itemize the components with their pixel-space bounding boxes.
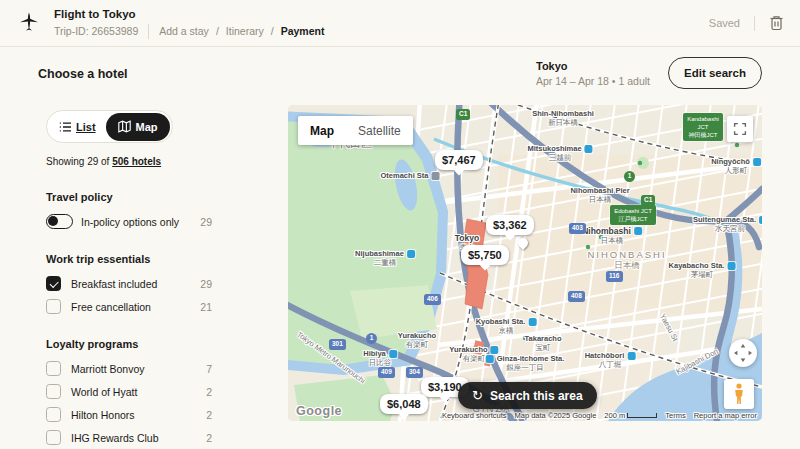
loyalty-heading: Loyalty programs [46, 338, 212, 350]
route-shield: 408 [568, 291, 585, 302]
page-title: Choose a hotel [38, 67, 128, 81]
map-view-label: Map [136, 121, 158, 133]
refresh-icon: ↻ [472, 388, 483, 403]
toggle-knob [48, 216, 58, 226]
map-attribution: Keyboard shortcuts Map data ©2025 Google… [442, 409, 762, 421]
in-policy-label: In-policy options only [81, 216, 200, 228]
breadcrumb-add-a-stay[interactable]: Add a stay [159, 25, 209, 37]
in-policy-count: 29 [200, 216, 212, 228]
kandabashi-jct-sign: Kandabashi JCT神田橋JCT [683, 113, 723, 141]
route-shield: 403 [569, 223, 586, 234]
route-shield: 409 [378, 367, 395, 378]
edobashi-jct-sign: Edobashi JCT江戸橋JCT [610, 205, 656, 225]
edit-search-button[interactable]: Edit search [668, 57, 762, 89]
work-trip-heading: Work trip essentials [46, 253, 212, 265]
route-shield: 301 [329, 339, 346, 350]
list-view-label: List [76, 121, 96, 133]
fullscreen-button[interactable] [727, 116, 753, 142]
divider [754, 16, 755, 31]
breadcrumb-itinerary[interactable]: Itinerary [226, 25, 264, 37]
hotel-price-marker[interactable]: $7,467 [435, 150, 483, 170]
route-shield-c1: C1 [641, 195, 655, 206]
report-map-error-link[interactable]: Report a map error [694, 411, 757, 420]
results-summary: Showing 29 of 506 hotels [46, 156, 212, 167]
map-type-satellite-button[interactable]: Satellite [346, 124, 413, 138]
breakfast-checkbox[interactable] [46, 276, 61, 291]
hilton-checkbox[interactable] [46, 407, 61, 422]
breakfast-label: Breakfast included [71, 278, 200, 290]
breakfast-count: 29 [200, 278, 212, 290]
filter-row-hilton: Hilton Honors 2 [46, 407, 212, 422]
filter-row-ihg: IHG Rewards Club 2 [46, 430, 212, 445]
map-icon [118, 120, 131, 133]
terms-link[interactable]: Terms [665, 411, 685, 420]
hilton-label: Hilton Honors [71, 409, 206, 421]
map-canvas[interactable]: Chiyoda City千代田区 Otemachi Sta Shin-Nihom… [288, 105, 762, 421]
list-icon [59, 122, 71, 132]
filter-row-breakfast: Breakfast included 29 [46, 276, 212, 291]
free-cancellation-label: Free cancellation [71, 301, 200, 313]
free-cancellation-checkbox[interactable] [46, 299, 61, 314]
filter-row-free-cancellation: Free cancellation 21 [46, 299, 212, 314]
marriott-checkbox[interactable] [46, 361, 61, 376]
map-type-control: Map Satellite [298, 116, 413, 145]
list-view-button[interactable]: List [49, 113, 106, 141]
filter-row-hyatt: World of Hyatt 2 [46, 384, 212, 399]
hyatt-label: World of Hyatt [71, 386, 206, 398]
route-shield: 116 [606, 271, 623, 282]
scale-bar [627, 413, 657, 418]
route-shield: 406 [424, 294, 441, 305]
pegman-icon [733, 383, 745, 405]
ihg-count: 2 [206, 432, 212, 444]
breadcrumb-separator: / [271, 25, 274, 37]
marriott-count: 7 [206, 363, 212, 375]
search-this-area-button[interactable]: ↻ Search this area [458, 382, 597, 409]
keyboard-shortcuts-link[interactable]: Keyboard shortcuts [442, 411, 507, 420]
pan-arrows-icon [734, 344, 752, 362]
travel-policy-heading: Travel policy [46, 191, 212, 203]
map-type-map-button[interactable]: Map [298, 124, 346, 138]
trip-title: Flight to Tokyo [54, 8, 324, 20]
ihg-label: IHG Rewards Club [71, 432, 206, 444]
trip-id: Trip-ID: 26653989 [54, 25, 138, 37]
route-shield: 304 [406, 367, 423, 378]
search-dates: Apr 14 – Apr 18 • 1 adult [536, 75, 650, 87]
map-data-credit: Map data ©2025 Google [515, 411, 597, 420]
in-policy-filter-row: In-policy options only 29 [46, 214, 212, 229]
route-shield: 1 [366, 333, 377, 344]
results-prefix: Showing 29 of [46, 156, 109, 167]
hotels-count-link[interactable]: 506 hotels [112, 156, 161, 167]
divider [148, 24, 149, 39]
trash-icon [769, 15, 784, 31]
map-view-button[interactable]: Map [106, 113, 170, 141]
hotel-price-marker[interactable]: $3,362 [486, 215, 534, 235]
pan-control[interactable] [729, 339, 757, 367]
search-destination: Tokyo [536, 60, 650, 72]
map-basemap [288, 105, 762, 421]
subheader: Choose a hotel Tokyo Apr 14 – Apr 18 • 1… [0, 47, 800, 105]
ihg-checkbox[interactable] [46, 430, 61, 445]
google-logo[interactable]: Google [296, 404, 342, 418]
hyatt-checkbox[interactable] [46, 384, 61, 399]
app-logo[interactable] [18, 11, 40, 35]
top-header: Flight to Tokyo Trip-ID: 26653989 Add a … [0, 0, 800, 47]
pegman-button[interactable] [724, 379, 754, 409]
fullscreen-icon [733, 122, 747, 136]
hotel-price-marker[interactable]: $5,750 [461, 245, 509, 265]
hilton-count: 2 [206, 409, 212, 421]
airplane-logo-icon [18, 11, 40, 35]
map-scale: 200 m [604, 411, 657, 420]
breadcrumb: Add a stay / Itinerary / Payment [159, 25, 324, 37]
breadcrumb-payment[interactable]: Payment [281, 25, 325, 37]
free-cancellation-count: 21 [200, 301, 212, 313]
delete-trip-button[interactable] [769, 15, 784, 31]
view-toggle: List Map [46, 110, 173, 143]
route-shield-green: 1 [624, 171, 635, 182]
hotel-price-marker[interactable]: $6,048 [380, 394, 428, 414]
hyatt-count: 2 [206, 386, 212, 398]
trip-info: Flight to Tokyo Trip-ID: 26653989 Add a … [54, 8, 324, 39]
filters-sidebar: List Map Showing 29 of 506 hotels Travel… [46, 110, 212, 449]
marriott-label: Marriott Bonvoy [71, 363, 206, 375]
route-shield-c1: C1 [456, 109, 470, 120]
in-policy-toggle[interactable] [46, 214, 73, 229]
